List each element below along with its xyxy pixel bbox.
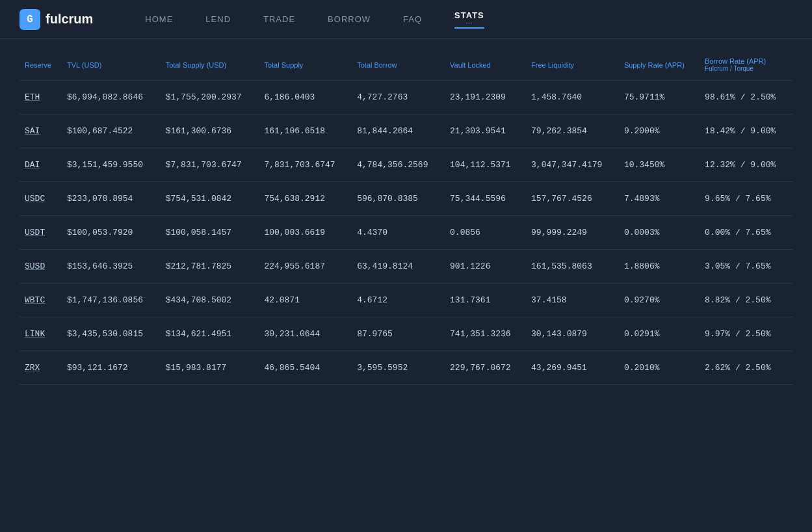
cell-borrow_rate: 12.32% / 9.00% (700, 148, 792, 182)
main-nav: HOME LEND TRADE BORROW FAQ STATS··· (145, 10, 484, 29)
cell-total_supply: 46,865.5404 (259, 351, 352, 385)
logo-icon: G (20, 9, 40, 30)
cell-vault_locked: 229,767.0672 (445, 351, 526, 385)
cell-free_liquidity: 99,999.2249 (526, 216, 619, 250)
cell-tvl: $233,078.8954 (62, 182, 161, 216)
th-reserve: Reserve (20, 52, 62, 81)
cell-borrow_rate: 8.82% / 2.50% (700, 284, 792, 317)
cell-tvl: $100,053.7920 (62, 216, 161, 250)
nav-stats[interactable]: STATS··· (454, 10, 484, 29)
cell-free_liquidity: 157,767.4526 (526, 182, 619, 216)
cell-free_liquidity: 79,262.3854 (526, 114, 619, 148)
stats-table-container: Reserve TVL (USD) Total Supply (USD) Tot… (0, 39, 812, 398)
cell-vault_locked: 131.7361 (445, 284, 526, 317)
cell-total_borrow: 3,595.5952 (352, 351, 445, 385)
cell-total_borrow: 596,870.8385 (352, 182, 445, 216)
nav-home[interactable]: HOME (145, 14, 173, 24)
cell-reserve[interactable]: LINK (20, 317, 62, 351)
nav-borrow[interactable]: BORROW (328, 14, 371, 24)
th-total-borrow: Total Borrow (352, 52, 445, 81)
table-row: DAI$3,151,459.9550$7,831,703.67477,831,7… (20, 148, 792, 182)
cell-reserve[interactable]: DAI (20, 148, 62, 182)
header: G fulcrum HOME LEND TRADE BORROW FAQ STA… (0, 0, 812, 39)
cell-total_supply_usd: $1,755,200.2937 (161, 81, 259, 114)
table-row: USDC$233,078.8954$754,531.0842754,638.29… (20, 182, 792, 216)
cell-tvl: $3,151,459.9550 (62, 148, 161, 182)
header-row: Reserve TVL (USD) Total Supply (USD) Tot… (20, 52, 792, 81)
cell-reserve[interactable]: ETH (20, 81, 62, 114)
nav-trade[interactable]: TRADE (263, 14, 295, 24)
cell-tvl: $153,646.3925 (62, 250, 161, 284)
cell-supply_rate: 75.9711% (619, 81, 700, 114)
cell-vault_locked: 104,112.5371 (445, 148, 526, 182)
cell-free_liquidity: 37.4158 (526, 284, 619, 317)
cell-vault_locked: 0.0856 (445, 216, 526, 250)
cell-total_supply: 7,831,703.6747 (259, 148, 352, 182)
cell-total_supply_usd: $7,831,703.6747 (161, 148, 259, 182)
cell-borrow_rate: 9.65% / 7.65% (700, 182, 792, 216)
cell-vault_locked: 21,303.9541 (445, 114, 526, 148)
cell-total_supply_usd: $161,300.6736 (161, 114, 259, 148)
cell-total_borrow: 4.4370 (352, 216, 445, 250)
th-borrow-rate: Borrow Rate (APR)Fulcrum / Torque (700, 52, 792, 81)
cell-tvl: $93,121.1672 (62, 351, 161, 385)
cell-total_supply: 6,186.0403 (259, 81, 352, 114)
table-row: ETH$6,994,082.8646$1,755,200.29376,186.0… (20, 81, 792, 114)
cell-total_supply: 30,231.0644 (259, 317, 352, 351)
th-total-supply-usd: Total Supply (USD) (161, 52, 259, 81)
cell-supply_rate: 10.3450% (619, 148, 700, 182)
cell-tvl: $6,994,082.8646 (62, 81, 161, 114)
cell-supply_rate: 0.0291% (619, 317, 700, 351)
nav-faq[interactable]: FAQ (403, 14, 422, 24)
cell-total_borrow: 87.9765 (352, 317, 445, 351)
cell-tvl: $1,747,136.0856 (62, 284, 161, 317)
cell-tvl: $100,687.4522 (62, 114, 161, 148)
cell-tvl: $3,435,530.0815 (62, 317, 161, 351)
th-total-supply: Total Supply (259, 52, 352, 81)
cell-total_supply_usd: $754,531.0842 (161, 182, 259, 216)
cell-free_liquidity: 30,143.0879 (526, 317, 619, 351)
table-row: LINK$3,435,530.0815$134,621.495130,231.0… (20, 317, 792, 351)
cell-supply_rate: 0.0003% (619, 216, 700, 250)
logo-text: fulcrum (46, 12, 93, 27)
th-free-liquidity: Free Liquidity (526, 52, 619, 81)
table-row: WBTC$1,747,136.0856$434,708.500242.08714… (20, 284, 792, 317)
th-vault-locked: Vault Locked (445, 52, 526, 81)
cell-vault_locked: 741,351.3236 (445, 317, 526, 351)
cell-vault_locked: 23,191.2309 (445, 81, 526, 114)
cell-total_supply: 100,003.6619 (259, 216, 352, 250)
cell-total_borrow: 4,727.2763 (352, 81, 445, 114)
cell-reserve[interactable]: ZRX (20, 351, 62, 385)
logo: G fulcrum (20, 9, 93, 30)
cell-vault_locked: 75,344.5596 (445, 182, 526, 216)
table-row: ZRX$93,121.1672$15,983.817746,865.54043,… (20, 351, 792, 385)
cell-total_supply: 42.0871 (259, 284, 352, 317)
cell-total_borrow: 4,784,356.2569 (352, 148, 445, 182)
table-header: Reserve TVL (USD) Total Supply (USD) Tot… (20, 52, 792, 81)
cell-total_supply: 754,638.2912 (259, 182, 352, 216)
cell-total_supply_usd: $100,058.1457 (161, 216, 259, 250)
nav-lend[interactable]: LEND (205, 14, 231, 24)
stats-table: Reserve TVL (USD) Total Supply (USD) Tot… (20, 52, 792, 385)
table-body: ETH$6,994,082.8646$1,755,200.29376,186.0… (20, 81, 792, 385)
cell-borrow_rate: 98.61% / 2.50% (700, 81, 792, 114)
cell-total_borrow: 4.6712 (352, 284, 445, 317)
cell-total_supply_usd: $15,983.8177 (161, 351, 259, 385)
cell-reserve[interactable]: USDC (20, 182, 62, 216)
cell-reserve[interactable]: WBTC (20, 284, 62, 317)
cell-total_supply_usd: $134,621.4951 (161, 317, 259, 351)
table-row: SUSD$153,646.3925$212,781.7825224,955.61… (20, 250, 792, 284)
cell-total_supply_usd: $212,781.7825 (161, 250, 259, 284)
cell-total_supply: 161,106.6518 (259, 114, 352, 148)
cell-reserve[interactable]: SAI (20, 114, 62, 148)
cell-total_borrow: 63,419.8124 (352, 250, 445, 284)
cell-supply_rate: 7.4893% (619, 182, 700, 216)
cell-reserve[interactable]: SUSD (20, 250, 62, 284)
cell-reserve[interactable]: USDT (20, 216, 62, 250)
cell-total_supply: 224,955.6187 (259, 250, 352, 284)
cell-borrow_rate: 9.97% / 2.50% (700, 317, 792, 351)
cell-supply_rate: 0.2010% (619, 351, 700, 385)
cell-free_liquidity: 161,535.8063 (526, 250, 619, 284)
cell-borrow_rate: 0.00% / 7.65% (700, 216, 792, 250)
cell-supply_rate: 9.2000% (619, 114, 700, 148)
